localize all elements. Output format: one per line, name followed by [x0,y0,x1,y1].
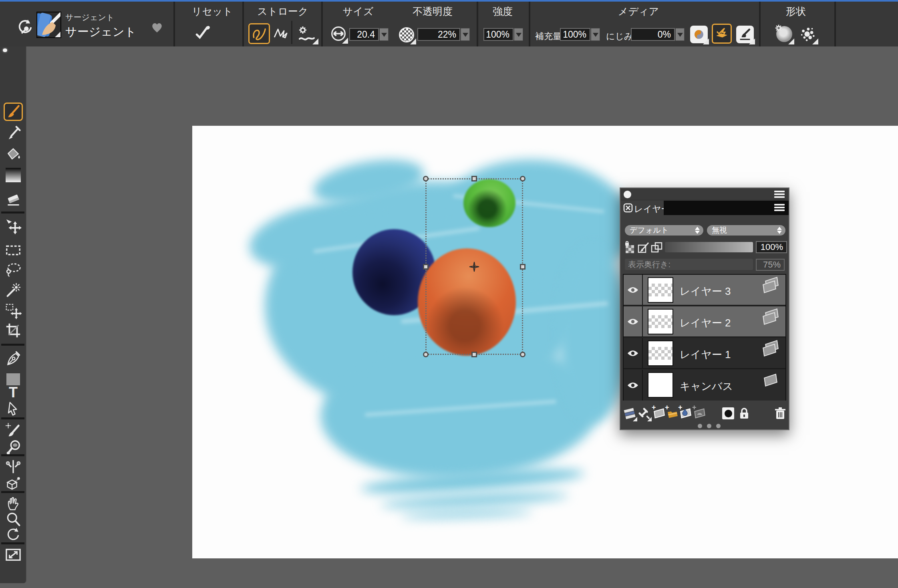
second-mode-select[interactable]: 無視 [707,225,785,236]
layer-type-icon[interactable] [762,374,780,387]
tool-magic-wand[interactable] [4,281,23,300]
shape-splat-button[interactable] [799,25,817,43]
add-image-layer-button[interactable]: + [693,406,707,421]
tool-eyedropper[interactable] [4,124,23,143]
layer-type-icon[interactable] [762,342,780,356]
reset-preset-button[interactable] [16,18,34,36]
brush-preset-thumbnail[interactable] [36,12,61,38]
tool-3d-box[interactable] [4,474,23,493]
close-box-icon[interactable] [623,203,633,213]
panel-menu-icon[interactable] [774,191,785,198]
strength-dropdown-button[interactable] [514,28,523,41]
layer-thumbnail[interactable] [648,372,673,398]
layer-mask-button[interactable] [721,406,735,421]
size-icon-button[interactable] [330,25,347,42]
layer-row[interactable]: レイヤー 3 [624,275,785,306]
selection-handle-middle-right[interactable] [520,264,526,270]
visibility-toggle[interactable] [624,370,643,401]
layer-row[interactable]: レイヤー 2 [624,306,785,337]
visibility-toggle[interactable] [624,306,643,336]
add-paint-layer-button[interactable]: + [679,406,693,421]
panel-close-button[interactable] [624,191,631,198]
opacity-value-field[interactable]: 22% [417,28,460,41]
layer-thumbnail[interactable] [648,309,673,334]
tool-pointer[interactable] [4,400,23,418]
tool-crop[interactable] [4,321,23,340]
loading-value-field[interactable]: 100% [560,28,590,41]
layer-row[interactable]: キャンバス [624,370,785,401]
opacity-icon-button[interactable] [398,26,415,43]
size-dropdown-button[interactable] [379,28,389,41]
visibility-toggle[interactable] [624,338,643,368]
selection-handle-top-right[interactable] [520,176,526,181]
favorite-button[interactable] [150,20,164,34]
lock-transparency-icon[interactable] [624,241,637,254]
tool-pen[interactable] [4,349,23,368]
smudge-value-field[interactable]: 0% [631,28,675,41]
layer-opacity-slider[interactable] [665,242,753,252]
tool-eraser[interactable] [4,190,23,208]
selection-handle-bottom-left[interactable] [423,352,429,357]
smudge-dropdown-button[interactable] [675,28,685,41]
tool-symmetry[interactable] [4,457,23,476]
layers-menu-icon[interactable] [774,204,785,211]
add-group-button[interactable]: + [666,406,679,421]
media-blend-button[interactable] [736,26,754,43]
painting-canvas[interactable] [192,126,898,558]
selection-handle-top-center[interactable] [471,176,477,181]
stroke-angular-button[interactable] [272,25,290,43]
reset-stroke-button[interactable] [193,22,212,42]
layer-name[interactable]: キャンバス [680,379,733,393]
blend-mode-select[interactable]: デフォルト [625,225,703,236]
selection-handle-bottom-center[interactable] [471,352,477,357]
layer-plugin-button[interactable] [637,406,651,421]
stroke-smooth-button[interactable] [248,23,270,44]
panel-name-field[interactable] [664,201,789,215]
layer-stack-button[interactable] [623,406,636,421]
layer-opacity-value[interactable]: 100% [756,241,787,253]
tool-move[interactable] [4,217,23,236]
lock-layer-button[interactable] [737,406,751,421]
layer-type-icon[interactable] [762,310,780,324]
selection-pivot-star[interactable] [469,261,480,272]
stroke-settings-button[interactable] [296,25,317,43]
tool-paint-bucket[interactable] [4,145,23,163]
tool-text[interactable]: T [4,385,23,400]
strength-value-field[interactable]: 100% [483,28,513,41]
panel-title-bar[interactable] [620,188,789,200]
sample-layer-icon[interactable] [637,241,650,254]
tool-transform-selection[interactable] [4,302,23,320]
delete-layer-button[interactable] [773,406,787,421]
selection-handle-top-left[interactable] [423,176,429,181]
shape-soft-button[interactable] [775,25,793,43]
layer-name[interactable]: レイヤー 3 [680,284,731,298]
size-value-field[interactable]: 20.4 [349,28,379,41]
media-color-mix-button[interactable] [690,26,708,43]
panel-resize-dots[interactable] [698,424,721,428]
layer-thumbnail[interactable] [648,277,673,303]
opacity-dropdown-button[interactable] [461,28,470,41]
depth-value[interactable]: 75% [756,259,785,271]
tool-rect-select[interactable] [4,241,23,260]
selection-marquee[interactable] [425,178,523,355]
depth-slider[interactable]: 表示奥行き: [625,259,753,270]
tool-paintbrush[interactable] [4,103,23,121]
group-layers-icon[interactable] [650,241,663,254]
media-auto-fill-button[interactable] [712,24,732,44]
layer-type-icon[interactable] [762,279,780,292]
layer-name[interactable]: レイヤー 1 [680,348,731,362]
selection-handle-bottom-right[interactable] [520,352,526,357]
selection-handle-middle-left[interactable] [423,264,429,270]
layer-name[interactable]: レイヤー 2 [680,316,731,330]
tool-sticker-brush[interactable] [4,421,23,440]
palette-handle[interactable] [2,47,8,53]
add-layer-button[interactable]: + [652,406,666,421]
loading-dropdown-button[interactable] [591,28,600,41]
tool-lasso[interactable] [4,260,23,279]
tool-rotate-view[interactable] [4,526,23,544]
tool-fit-screen[interactable] [4,546,23,564]
layer-row[interactable]: レイヤー 1 [624,338,785,369]
layer-thumbnail[interactable] [648,340,673,366]
tool-gradient[interactable] [4,166,23,184]
visibility-toggle[interactable] [624,275,643,305]
